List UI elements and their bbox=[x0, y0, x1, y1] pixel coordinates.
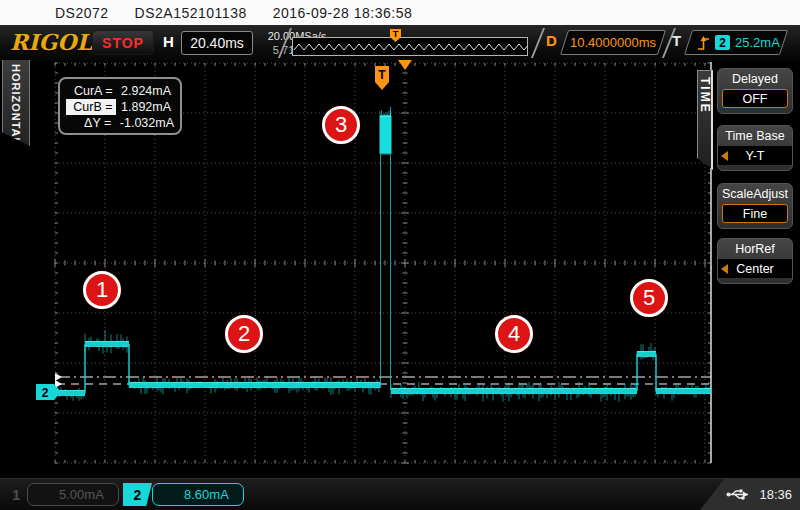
cursor-a-row: CurA = 2.924mA bbox=[66, 83, 174, 99]
capture-datetime: 2016-09-28 18:36:58 bbox=[273, 5, 413, 21]
clock-display: 18:36 bbox=[759, 487, 792, 502]
svg-text:2: 2 bbox=[42, 386, 49, 400]
left-arrow-icon bbox=[721, 151, 728, 161]
trigger-delay-readout[interactable]: 10.4000000ms bbox=[560, 30, 666, 55]
overview-zigzag bbox=[293, 38, 527, 55]
trigger-settings-readout[interactable]: 2 25.2mA bbox=[684, 30, 788, 55]
timebase-readout[interactable]: 20.40ms bbox=[181, 31, 253, 55]
annotation-circle-3: 3 bbox=[322, 106, 360, 144]
horizontal-label: H bbox=[163, 33, 174, 50]
cursor-measurement-box[interactable]: CurA = 2.924mA CurB = 1.892mA ΔY = -1.03… bbox=[58, 77, 182, 135]
annotation-circle-2: 2 bbox=[225, 315, 263, 353]
channel2-status[interactable]: 8.60mA bbox=[152, 483, 244, 506]
time-menu-tab[interactable]: TIME bbox=[697, 70, 713, 170]
svg-text:T: T bbox=[378, 68, 386, 82]
header-divider bbox=[531, 28, 545, 58]
channel1-scale: 5.00mA bbox=[59, 487, 104, 502]
svg-text:T: T bbox=[393, 29, 399, 39]
horref-value: Center bbox=[718, 259, 792, 278]
cursor-b-row: CurB = 1.892mA bbox=[66, 99, 174, 115]
run-state-button[interactable]: STOP bbox=[92, 30, 154, 55]
cursor-b-value: 1.892mA bbox=[121, 99, 171, 115]
status-header: RIGOL STOP H 20.40ms 20.00MSa/s 5.71M pt… bbox=[0, 25, 800, 62]
channel2-number[interactable]: 2 bbox=[123, 483, 152, 506]
cursor-a-value: 2.924mA bbox=[121, 83, 171, 99]
overview-trigger-marker-icon[interactable]: T bbox=[389, 28, 402, 43]
serial-number: DS2A152101138 bbox=[135, 5, 247, 21]
trigger-level-readout: 25.2mA bbox=[735, 35, 780, 50]
delay-label: D bbox=[546, 32, 557, 49]
caption-bar: DS2072 DS2A152101138 2016-09-28 18:36:58 bbox=[0, 0, 800, 25]
menu-item-scale-adjust[interactable]: ScaleAdjust Fine bbox=[717, 183, 793, 229]
cursor-delta-value: -1.032mA bbox=[120, 115, 174, 131]
channel1-status[interactable]: 5.00mA bbox=[27, 483, 119, 506]
trigger-label: T bbox=[672, 32, 681, 49]
left-arrow-icon bbox=[721, 264, 728, 274]
menu-item-horref[interactable]: HorRef Center bbox=[717, 238, 793, 284]
menu-item-delayed[interactable]: Delayed OFF bbox=[717, 68, 793, 114]
oscilloscope-screen: DS2072 DS2A152101138 2016-09-28 18:36:58… bbox=[0, 0, 800, 510]
horizontal-menu-tab[interactable]: HORIZONTAL bbox=[2, 60, 30, 146]
channel1-number[interactable]: 1 bbox=[12, 486, 20, 503]
waveform-overview-strip[interactable] bbox=[292, 37, 528, 56]
annotation-circle-1: 1 bbox=[83, 271, 121, 309]
cursor-b-label: CurB = bbox=[66, 99, 116, 115]
cursor-a-label: CurA = bbox=[66, 83, 116, 99]
cursor-delta-row: ΔY = -1.032mA bbox=[66, 115, 174, 131]
trigger-source-chip: 2 bbox=[715, 35, 730, 50]
annotation-circle-4: 4 bbox=[495, 315, 533, 353]
usb-icon bbox=[726, 488, 752, 501]
trigger-slope-icon bbox=[697, 35, 710, 51]
channel-status-bar: 1 5.00mA 2 8.60mA 18:36 bbox=[0, 478, 800, 510]
model-name: DS2072 bbox=[55, 5, 109, 21]
delayed-value: OFF bbox=[722, 89, 788, 108]
menu-item-time-base[interactable]: Time Base Y-T bbox=[717, 125, 793, 171]
softkey-menu-panel: Delayed OFF Time Base Y-T ScaleAdjust Fi… bbox=[712, 62, 800, 478]
cursor-delta-label: ΔY = bbox=[66, 115, 115, 131]
time-base-value: Y-T bbox=[718, 146, 792, 165]
scale-adjust-value: Fine bbox=[722, 204, 788, 223]
rigol-logo: RIGOL bbox=[10, 29, 92, 55]
channel2-scale: 8.60mA bbox=[184, 487, 229, 502]
annotation-circle-5: 5 bbox=[630, 279, 668, 317]
